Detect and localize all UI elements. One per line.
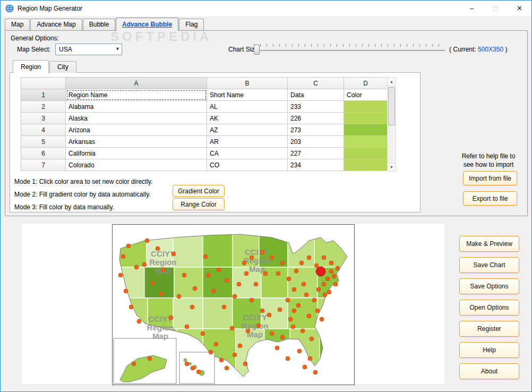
bubble-dot (132, 362, 136, 366)
minimize-button[interactable]: – (460, 1, 484, 16)
bubble-dot (256, 323, 261, 328)
tab-advance-bubble[interactable]: Advance Bubble (116, 18, 178, 31)
chart-size-slider-track[interactable] (254, 50, 445, 51)
row-number[interactable]: 3 (21, 113, 66, 124)
bubble-dot (287, 277, 291, 281)
state-region (288, 298, 318, 329)
bubble-dot (250, 298, 254, 302)
scroll-down-icon[interactable]: ▼ (388, 163, 396, 171)
cell-color[interactable] (344, 159, 388, 171)
bubble-dot (310, 337, 314, 341)
save-options-button[interactable]: Save Options (459, 278, 519, 294)
scrollbar-thumb[interactable] (388, 87, 395, 125)
bubble-dot (325, 277, 330, 281)
bubble-dot (182, 273, 186, 277)
cell-short-name[interactable]: AL (207, 101, 288, 113)
chart-size-slider-thumb[interactable] (254, 45, 260, 55)
cell-short-name[interactable]: AR (207, 136, 288, 148)
cell-short-name[interactable]: CO (207, 159, 288, 171)
bubble-dot (242, 261, 246, 265)
subtab-city[interactable]: City (49, 61, 76, 73)
row-number[interactable]: 2 (21, 101, 66, 113)
usa-map-svg: CCIYYRegionMapCCIYYRegionMapCCIYYRegionM… (113, 225, 354, 385)
bubble-dot (303, 365, 307, 369)
row-number[interactable]: 7 (21, 159, 66, 171)
tab-bubble[interactable]: Bubble (83, 19, 115, 30)
tab-flag[interactable]: Flag (179, 19, 204, 30)
cell-color[interactable] (344, 101, 388, 113)
subtab-region[interactable]: Region (13, 60, 49, 73)
help-button[interactable]: Help (459, 342, 519, 358)
cell-region-name[interactable]: Colorado (66, 159, 207, 171)
scroll-up-icon[interactable]: ▲ (388, 78, 396, 86)
alaska-inset (114, 338, 176, 384)
cell-region-name[interactable]: Alabama (66, 101, 207, 113)
range-color-button[interactable]: Range Color (173, 198, 225, 210)
bubble-dot (270, 331, 274, 336)
bubble-dot (230, 326, 234, 330)
bubble-dot (148, 356, 152, 361)
cell-color[interactable] (344, 136, 388, 148)
cell-region-name[interactable]: Alaska (66, 113, 207, 124)
table-scrollbar[interactable]: ▲ ▼ (387, 77, 396, 172)
cell-data-header[interactable]: Data (288, 89, 344, 101)
table-row: 7ColoradoCO234 (21, 159, 388, 171)
export-to-file-button[interactable]: Export to file (463, 191, 517, 206)
cell-data[interactable]: 233 (288, 101, 344, 113)
save-chart-button[interactable]: Save Chart (459, 257, 519, 273)
gradient-color-button[interactable]: Gradient Color (173, 185, 225, 197)
bubble-dot (209, 350, 213, 354)
bubble-dot (129, 305, 133, 309)
import-help-text: Refer to help file to see how to import (446, 152, 531, 169)
column-header-a[interactable]: A (66, 78, 207, 89)
cell-data[interactable]: 234 (288, 159, 344, 171)
cell-data[interactable]: 227 (288, 148, 344, 159)
make-preview-button[interactable]: Make & Preview (459, 236, 519, 252)
close-button[interactable]: ✕ (508, 1, 531, 16)
cell-data[interactable]: 273 (288, 124, 344, 136)
bubble-dot (159, 292, 164, 296)
row-number[interactable]: 1 (21, 89, 66, 101)
bubble-dot (238, 344, 242, 348)
bubble-dot (322, 282, 326, 286)
bubble-dot (137, 319, 141, 323)
bubble-dot (169, 316, 173, 320)
bubble-dot (211, 289, 216, 293)
cell-color[interactable] (344, 113, 388, 124)
column-header-c[interactable]: C (288, 78, 344, 89)
bubble-dot (217, 268, 221, 272)
cell-short-name[interactable]: CA (207, 148, 288, 159)
cell-data[interactable]: 226 (288, 113, 344, 124)
cell-region-name[interactable]: Arizona (66, 124, 207, 136)
bubble-dot (225, 278, 229, 283)
maximize-button[interactable]: □ (484, 1, 508, 16)
column-header-d[interactable]: D (344, 78, 388, 89)
corner-cell[interactable] (21, 78, 66, 89)
cell-region-name[interactable]: Arkansas (66, 136, 207, 148)
cell-data[interactable]: 203 (288, 136, 344, 148)
column-header-b[interactable]: B (207, 78, 288, 89)
row-number[interactable]: 5 (21, 136, 66, 148)
bubble-dot (126, 244, 131, 248)
register-button[interactable]: Register (459, 321, 519, 337)
cell-region-name-header[interactable]: Region Name (66, 89, 207, 101)
import-from-file-button[interactable]: Import from file (463, 171, 517, 185)
cell-short-name-header[interactable]: Short Name (207, 89, 288, 101)
cell-color[interactable] (344, 148, 388, 159)
cell-short-name[interactable]: AZ (207, 124, 288, 136)
row-number[interactable]: 6 (21, 148, 66, 159)
cell-short-name[interactable]: AK (207, 113, 288, 124)
import-help-line1: Refer to help file to (446, 152, 531, 160)
map-select-dropdown[interactable]: USA ▼ (55, 44, 122, 55)
about-button[interactable]: About (459, 363, 519, 379)
tab-map[interactable]: Map (5, 19, 30, 30)
cell-region-name[interactable]: California (66, 148, 207, 159)
cell-color-header[interactable]: Color (344, 89, 388, 101)
tab-advance-map[interactable]: Advance Map (30, 19, 82, 30)
row-number[interactable]: 4 (21, 124, 66, 136)
cell-color[interactable] (344, 124, 388, 136)
bubble-dot (190, 305, 194, 309)
bubble-dot (275, 346, 279, 350)
tab-bar: MapAdvance MapBubbleAdvance BubbleFlag (5, 18, 204, 30)
open-options-button[interactable]: Open Options (459, 300, 519, 316)
